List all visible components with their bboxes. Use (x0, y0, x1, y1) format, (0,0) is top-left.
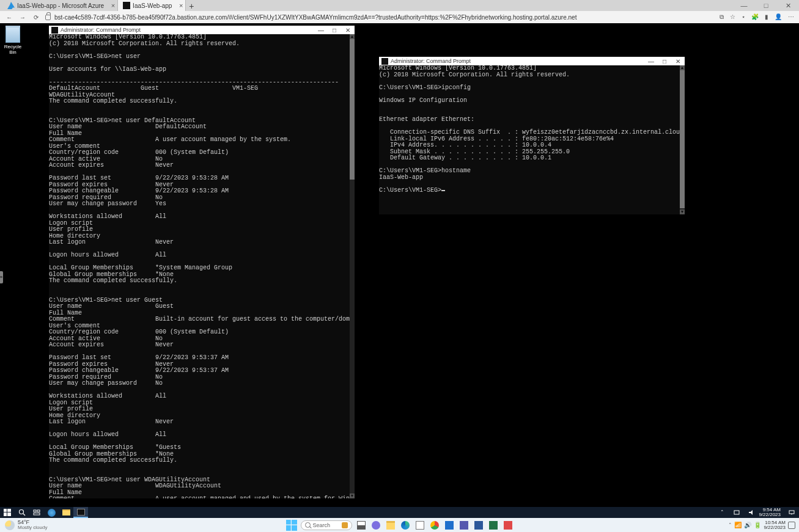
folder-icon (386, 521, 395, 530)
taskbar-app-chrome[interactable] (429, 520, 440, 531)
window-title: Administrator: Command Prompt (391, 58, 644, 64)
minimize-button[interactable]: — (644, 58, 658, 65)
taskbar-app-edge[interactable] (400, 520, 411, 531)
extensions-icon[interactable]: 🧩 (751, 13, 759, 21)
search-highlight-icon (342, 522, 348, 528)
svg-rect-9 (734, 511, 739, 514)
svg-rect-2 (4, 512, 7, 516)
scroll-down-icon[interactable]: ▼ (350, 494, 355, 498)
title-bar[interactable]: Administrator: Command Prompt — □ ✕ (49, 26, 355, 34)
tray-volume-icon[interactable] (744, 507, 759, 518)
address-bar[interactable]: bst-cae4c589-7cdf-4356-b785-bea45f90f72a… (45, 14, 715, 21)
action-center-button[interactable] (784, 507, 799, 518)
scroll-thumb[interactable] (680, 70, 685, 208)
tab-label: IaaS-Web-app - Microsoft Azure (17, 2, 104, 9)
browser-tab-bastion[interactable]: IaaS-Web-app × (118, 0, 186, 11)
scroll-thumb[interactable] (350, 39, 355, 180)
remote-taskbar[interactable]: ˄ 9:54 AM 9/22/2023 (0, 507, 799, 518)
maximize-button[interactable]: □ (658, 58, 671, 65)
maximize-button[interactable]: □ (755, 0, 777, 11)
taskbar-app-teams[interactable] (458, 520, 469, 531)
bastion-expand-handle[interactable]: » (0, 271, 3, 283)
notifications-button[interactable] (788, 522, 795, 529)
read-aloud-icon[interactable]: ☆ (730, 13, 735, 21)
tray-battery-icon[interactable]: 🔋 (754, 522, 761, 528)
remote-clock[interactable]: 9:54 AM 9/22/2023 (759, 508, 784, 517)
task-view-button[interactable] (356, 520, 367, 531)
svg-rect-7 (37, 510, 40, 512)
maximize-button[interactable]: □ (328, 27, 341, 34)
close-button[interactable]: ✕ (777, 0, 799, 11)
close-button[interactable]: ✕ (671, 58, 685, 65)
app-icon[interactable]: ⧉ (720, 13, 724, 21)
refresh-button[interactable]: ⟳ (32, 14, 40, 21)
weather-icon (5, 520, 15, 530)
taskbar-app-snip[interactable] (503, 520, 514, 531)
taskbar-app-cmd[interactable] (73, 507, 88, 518)
terminal-output[interactable]: Microsoft Windows [Version 10.0.17763.48… (379, 65, 680, 214)
start-button[interactable] (286, 520, 297, 531)
search-box[interactable]: Search (301, 520, 352, 530)
task-view-button[interactable] (29, 507, 44, 518)
icon-label: Recycle Bin (1, 44, 24, 55)
taskbar-app-ie[interactable] (44, 507, 59, 518)
scrollbar[interactable]: ▲ ▼ (350, 34, 355, 498)
taskbar-app-chat[interactable] (370, 520, 381, 531)
taskbar-app-explorer[interactable] (385, 520, 396, 531)
svg-marker-12 (791, 514, 792, 515)
browser-tab-azure[interactable]: IaaS-Web-app - Microsoft Azure × (2, 0, 118, 11)
page-icon (123, 2, 130, 9)
svg-rect-14 (292, 520, 297, 525)
tray-chevron-icon[interactable]: ˄ (715, 507, 729, 518)
system-tray[interactable]: ˄ 📶 🔊 🔋 10:54 AM 9/22/2023 (729, 520, 799, 530)
window-title: Administrator: Command Prompt (61, 27, 314, 33)
cmd-window-ipconfig[interactable]: Administrator: Command Prompt — □ ✕ Micr… (379, 57, 685, 214)
browser-tab-strip: IaaS-Web-app - Microsoft Azure × IaaS-We… (0, 0, 799, 11)
chevron-up-icon[interactable]: ˄ (729, 522, 732, 528)
svg-marker-10 (749, 510, 753, 515)
taskbar-app-store[interactable] (414, 520, 425, 531)
taskbar-app-word[interactable] (473, 520, 484, 531)
taskbar-app-excel[interactable] (488, 520, 499, 531)
scrollbar[interactable]: ▲ ▼ (680, 65, 685, 214)
forward-button[interactable]: → (18, 14, 27, 21)
search-button[interactable] (15, 507, 29, 518)
menu-icon[interactable]: ⋯ (788, 13, 794, 21)
minimize-button[interactable]: — (733, 0, 755, 11)
start-button[interactable] (0, 507, 15, 518)
profile-icon[interactable]: 👤 (775, 13, 782, 21)
close-icon[interactable]: × (179, 2, 183, 9)
scroll-down-icon[interactable]: ▼ (680, 210, 685, 214)
title-bar[interactable]: Administrator: Command Prompt — □ ✕ (379, 57, 685, 65)
browser-action-icons: ⧉ ☆ ⋆ 🧩 ▮ 👤 ⋯ (720, 13, 794, 21)
word-icon (474, 521, 483, 530)
tray-network-icon[interactable] (729, 507, 744, 518)
terminal-output[interactable]: Microsoft Windows [Version 10.0.17763.48… (49, 34, 350, 498)
remote-desktop[interactable]: Recycle Bin » Administrator: Command Pro… (0, 23, 799, 518)
close-icon[interactable]: × (111, 2, 115, 9)
new-tab-button[interactable]: + (186, 1, 197, 11)
weather-widget[interactable]: 54°F Mostly cloudy (0, 520, 47, 530)
favorite-icon[interactable]: ⋆ (742, 13, 745, 21)
collections-icon[interactable]: ▮ (765, 13, 768, 21)
scroll-up-icon[interactable]: ▲ (680, 65, 685, 70)
back-button[interactable]: ← (5, 14, 13, 21)
task-view-icon (357, 521, 366, 530)
svg-rect-13 (286, 520, 291, 525)
host-taskbar[interactable]: 54°F Mostly cloudy Search ˄ 📶 🔊 🔋 10:54 … (0, 518, 799, 532)
host-clock[interactable]: 10:54 AM 9/22/2023 (764, 520, 786, 530)
excel-icon (489, 521, 498, 530)
tray-wifi-icon[interactable]: 📶 (734, 522, 742, 528)
minimize-button[interactable]: — (314, 27, 328, 34)
svg-line-5 (23, 514, 25, 516)
chrome-icon (430, 521, 439, 530)
scroll-up-icon[interactable]: ▲ (350, 34, 355, 39)
recycle-bin-icon[interactable]: Recycle Bin (1, 27, 24, 55)
url-text: bst-cae4c589-7cdf-4356-b785-bea45f90f72a… (54, 14, 576, 21)
store-icon (416, 521, 424, 530)
cmd-window-netuser[interactable]: Administrator: Command Prompt — □ ✕ Micr… (49, 26, 355, 498)
tray-volume-icon[interactable]: 🔊 (744, 522, 751, 528)
taskbar-app-explorer[interactable] (59, 507, 73, 518)
close-button[interactable]: ✕ (341, 27, 355, 34)
taskbar-app-outlook[interactable] (444, 520, 455, 531)
